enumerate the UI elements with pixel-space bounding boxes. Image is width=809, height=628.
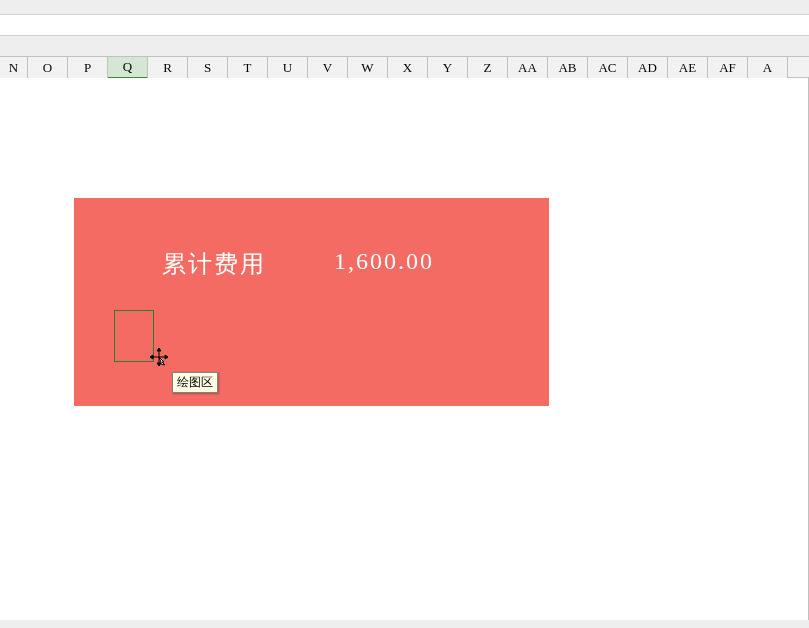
column-headers-row: NOPQRSTUVWXYZAAABACADAEAFA bbox=[0, 56, 809, 78]
column-header-V[interactable]: V bbox=[308, 57, 348, 79]
tooltip-plot-area: 绘图区 bbox=[172, 372, 218, 393]
column-header-A[interactable]: A bbox=[748, 57, 788, 79]
column-header-X[interactable]: X bbox=[388, 57, 428, 79]
column-header-AC[interactable]: AC bbox=[588, 57, 628, 79]
formula-bar[interactable] bbox=[0, 14, 809, 36]
column-header-W[interactable]: W bbox=[348, 57, 388, 79]
chart-object[interactable]: 累计费用 1,600.00 绘图区 bbox=[74, 198, 549, 406]
plot-area-selection[interactable] bbox=[114, 310, 154, 362]
column-header-Q[interactable]: Q bbox=[108, 57, 148, 79]
svg-marker-5 bbox=[165, 355, 168, 359]
chart-value: 1,600.00 bbox=[334, 248, 434, 275]
column-header-Z[interactable]: Z bbox=[468, 57, 508, 79]
ribbon-spacer bbox=[0, 36, 809, 56]
move-cursor-icon bbox=[150, 348, 168, 366]
column-header-R[interactable]: R bbox=[148, 57, 188, 79]
svg-marker-2 bbox=[157, 348, 161, 351]
ribbon-area bbox=[0, 0, 809, 14]
column-header-T[interactable]: T bbox=[228, 57, 268, 79]
svg-marker-3 bbox=[157, 363, 161, 366]
column-header-AE[interactable]: AE bbox=[668, 57, 708, 79]
column-header-S[interactable]: S bbox=[188, 57, 228, 79]
svg-marker-4 bbox=[150, 355, 153, 359]
statusbar-area bbox=[0, 620, 809, 628]
column-header-U[interactable]: U bbox=[268, 57, 308, 79]
column-header-P[interactable]: P bbox=[68, 57, 108, 79]
column-header-O[interactable]: O bbox=[28, 57, 68, 79]
column-header-AA[interactable]: AA bbox=[508, 57, 548, 79]
column-header-AF[interactable]: AF bbox=[708, 57, 748, 79]
column-header-AB[interactable]: AB bbox=[548, 57, 588, 79]
column-header-AD[interactable]: AD bbox=[628, 57, 668, 79]
column-header-N[interactable]: N bbox=[0, 57, 28, 79]
column-header-Y[interactable]: Y bbox=[428, 57, 468, 79]
chart-title-label: 累计费用 bbox=[162, 248, 266, 280]
worksheet-area[interactable]: 累计费用 1,600.00 绘图区 bbox=[0, 78, 809, 628]
